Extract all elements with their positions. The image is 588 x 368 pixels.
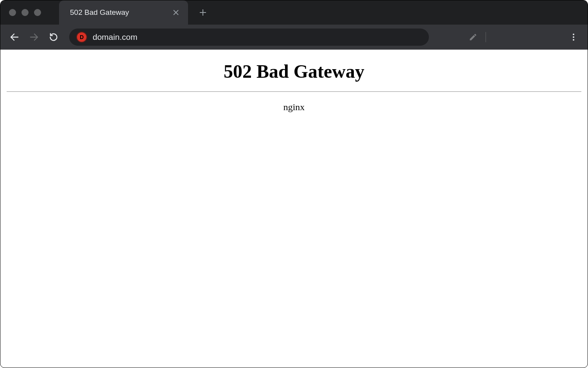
page-content: 502 Bad Gateway nginx	[0, 50, 588, 120]
forward-button[interactable]	[26, 29, 42, 45]
window-maximize-button[interactable]	[34, 9, 41, 16]
browser-tab[interactable]: 502 Bad Gateway	[59, 0, 188, 25]
kebab-menu-icon	[570, 33, 577, 41]
browser-menu-button[interactable]	[566, 29, 581, 45]
toolbar-right	[466, 29, 581, 45]
window-close-button[interactable]	[9, 9, 16, 16]
arrow-left-icon	[10, 32, 19, 42]
svg-point-8	[573, 39, 574, 41]
edit-button[interactable]	[466, 30, 480, 44]
address-bar[interactable]: D domain.com	[69, 29, 429, 46]
arrow-right-icon	[29, 32, 39, 42]
close-icon	[173, 10, 179, 15]
reload-button[interactable]	[46, 29, 61, 45]
toolbar-divider	[486, 32, 486, 42]
site-favicon-icon: D	[76, 32, 87, 43]
browser-chrome: 502 Bad Gateway	[0, 0, 588, 50]
window-controls	[9, 9, 41, 16]
error-heading: 502 Bad Gateway	[7, 61, 581, 82]
browser-toolbar: D domain.com	[0, 25, 588, 50]
pencil-icon	[469, 33, 477, 41]
plus-icon	[199, 9, 206, 16]
back-button[interactable]	[7, 29, 22, 45]
reload-icon	[49, 32, 58, 42]
site-favicon-letter: D	[80, 34, 84, 40]
svg-point-6	[573, 34, 574, 35]
url-text[interactable]: domain.com	[93, 32, 422, 42]
tab-title: 502 Bad Gateway	[70, 8, 171, 17]
tab-bar: 502 Bad Gateway	[0, 0, 588, 25]
svg-point-7	[573, 36, 574, 38]
window-minimize-button[interactable]	[22, 9, 29, 16]
error-divider	[7, 91, 581, 92]
error-server-name: nginx	[7, 102, 581, 113]
new-tab-button[interactable]	[196, 5, 210, 20]
close-tab-button[interactable]	[171, 7, 181, 18]
